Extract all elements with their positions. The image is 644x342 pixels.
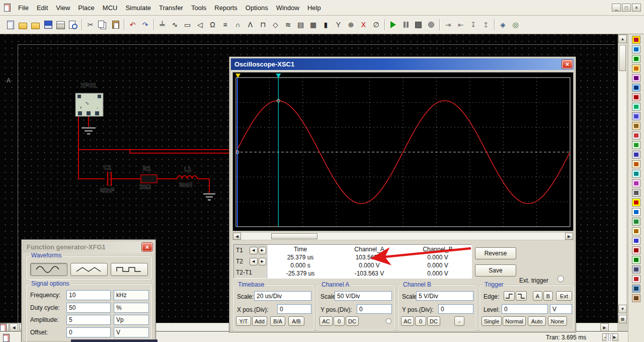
trigger-a-button[interactable]: A xyxy=(533,291,542,301)
frequency-field[interactable]: 10 xyxy=(66,290,111,300)
scope-scroll-left-button[interactable]: ◀ xyxy=(233,233,241,240)
stop-simulation-icon[interactable] xyxy=(412,19,425,31)
amplitude-field[interactable]: 5 xyxy=(66,315,111,325)
menu-tools[interactable]: Tools xyxy=(187,2,210,14)
place-ttl-icon[interactable]: ≋ xyxy=(282,19,294,31)
step-over-icon[interactable]: ↧ xyxy=(467,19,479,31)
oscilloscope-close-button[interactable]: × xyxy=(562,60,573,69)
add-mode-button[interactable]: Add xyxy=(252,316,267,326)
new-document-icon[interactable] xyxy=(4,19,17,31)
parts-bin-icon-2[interactable] xyxy=(632,45,640,53)
oscilloscope-title-bar[interactable]: Oscilloscope-XSC1 × xyxy=(231,58,574,70)
parts-bin-icon-1[interactable] xyxy=(632,36,640,44)
menu-window[interactable]: Window xyxy=(272,2,303,14)
channel-a-zero-button[interactable]: 0 xyxy=(334,316,345,326)
ground-symbol[interactable] xyxy=(203,194,215,200)
place-misc-icon[interactable]: ◇ xyxy=(269,19,282,31)
parts-bin-icon-12[interactable] xyxy=(632,141,640,149)
close-button[interactable]: × xyxy=(632,4,641,12)
duty-cycle-field[interactable]: 50 xyxy=(66,303,111,313)
channel-b-ac-button[interactable]: AC xyxy=(401,316,414,326)
sheet-tab-icon[interactable] xyxy=(1,323,9,331)
print-preview-icon[interactable] xyxy=(67,19,79,31)
parts-bin-icon-13[interactable] xyxy=(632,151,640,159)
step-into-icon[interactable]: ⇥ xyxy=(442,19,454,31)
channel-a-ac-button[interactable]: AC xyxy=(319,316,333,326)
trigger-b-button[interactable]: B xyxy=(543,291,553,301)
trigger-ext-button[interactable]: Ext xyxy=(556,291,572,301)
falling-edge-button[interactable] xyxy=(516,291,527,301)
place-cmos-icon[interactable]: ▤ xyxy=(294,19,307,31)
open-samples-icon[interactable] xyxy=(29,19,42,31)
amplitude-unit-field[interactable]: Vp xyxy=(114,315,149,325)
t2-right-button[interactable]: ▶ xyxy=(259,258,266,265)
menu-options[interactable]: Options xyxy=(242,2,272,14)
analysis-icon[interactable]: ◎ xyxy=(509,19,522,31)
duty-cycle-unit-field[interactable]: % xyxy=(114,303,149,313)
square-wave-button[interactable] xyxy=(111,263,148,276)
channel-b-invert-button[interactable]: - xyxy=(454,316,464,326)
offset-unit-field[interactable]: V xyxy=(114,327,149,337)
parts-bin-icon-11[interactable] xyxy=(632,131,640,140)
resize-grip[interactable] xyxy=(606,334,613,341)
parts-bin-icon-19[interactable] xyxy=(632,208,640,216)
menu-transfer[interactable]: Transfer xyxy=(155,2,187,14)
print-icon[interactable] xyxy=(54,19,67,31)
menu-reports[interactable]: Reports xyxy=(210,2,242,14)
scroll-right-button[interactable]: ▶ xyxy=(600,323,609,331)
pause-simulation-icon[interactable] xyxy=(399,19,412,31)
undo-icon[interactable]: ↶ xyxy=(126,19,139,31)
frequency-unit-field[interactable]: kHz xyxy=(114,290,149,300)
parts-bin-icon-22[interactable] xyxy=(632,237,640,245)
channel-a-terminal[interactable] xyxy=(386,318,391,324)
parts-bin-icon-7[interactable] xyxy=(632,93,640,101)
open-folder-icon[interactable] xyxy=(17,19,29,31)
paste-icon[interactable] xyxy=(109,19,122,31)
trigger-normal-button[interactable]: Normal xyxy=(503,316,526,326)
channel-b-dc-button[interactable]: DC xyxy=(427,316,440,326)
parts-bin-icon-20[interactable] xyxy=(632,218,640,226)
parts-bin-icon-9[interactable] xyxy=(632,112,640,120)
place-resistor-icon[interactable]: Ω xyxy=(206,19,219,31)
redo-icon[interactable]: ↷ xyxy=(139,19,151,31)
step-out-icon[interactable]: ⇤ xyxy=(454,19,467,31)
place-source-icon[interactable]: ∿ xyxy=(169,19,181,31)
scope-scroll-thumb[interactable] xyxy=(271,233,317,239)
channel-b-zero-button[interactable]: 0 xyxy=(415,316,426,326)
place-basic-icon[interactable]: ▭ xyxy=(181,19,194,31)
wires[interactable] xyxy=(78,116,236,193)
function-generator-title-bar[interactable]: Function generator-XFG1 × xyxy=(23,241,154,253)
rising-edge-button[interactable] xyxy=(504,291,515,301)
place-hierarchical-icon[interactable]: Y xyxy=(332,19,345,31)
menu-view[interactable]: View xyxy=(52,2,74,14)
parts-bin-icon-14[interactable] xyxy=(632,160,640,168)
trigger-none-button[interactable]: None xyxy=(548,316,567,326)
capacitor-c1[interactable] xyxy=(108,172,111,186)
trigger-single-button[interactable]: Single xyxy=(481,316,502,326)
place-bus-icon[interactable]: ≡ xyxy=(219,19,231,31)
timebase-xpos-field[interactable]: 0 xyxy=(277,304,311,314)
scope-scroll-right-button[interactable]: ▶ xyxy=(565,233,573,240)
channel-a-scale-field[interactable]: 50 V/Div xyxy=(335,291,392,301)
parts-bin-icon-4[interactable] xyxy=(632,64,640,73)
place-misc-parts-icon[interactable]: ▦ xyxy=(307,19,319,31)
scroll-up-button[interactable]: ▲ xyxy=(618,35,627,43)
erc-icon[interactable]: ∅ xyxy=(370,19,382,31)
parts-bin-icon-6[interactable] xyxy=(632,84,640,92)
menu-file[interactable]: File xyxy=(14,2,33,14)
scroll-down-button[interactable]: ▼ xyxy=(618,305,627,313)
resistor-r1[interactable] xyxy=(141,175,157,183)
set-rise-fall-time-button[interactable] xyxy=(71,339,157,342)
sine-wave-button[interactable] xyxy=(30,263,67,276)
place-analog-icon[interactable]: ⊓ xyxy=(257,19,269,31)
menu-simulate[interactable]: Simulate xyxy=(121,2,155,14)
offset-field[interactable]: 0 xyxy=(66,327,111,337)
menu-mcu[interactable]: MCU xyxy=(99,2,122,14)
trigger-auto-button[interactable]: Auto xyxy=(528,316,546,326)
channel-a-ypos-field[interactable]: 0 xyxy=(357,304,392,314)
parts-bin-icon-16[interactable] xyxy=(632,179,640,187)
grapher-icon[interactable]: ◈ xyxy=(497,19,509,31)
t2-left-button[interactable]: ◀ xyxy=(250,258,257,265)
channel-b-ypos-field[interactable]: 0 xyxy=(438,304,473,314)
menu-place[interactable]: Place xyxy=(74,2,99,14)
